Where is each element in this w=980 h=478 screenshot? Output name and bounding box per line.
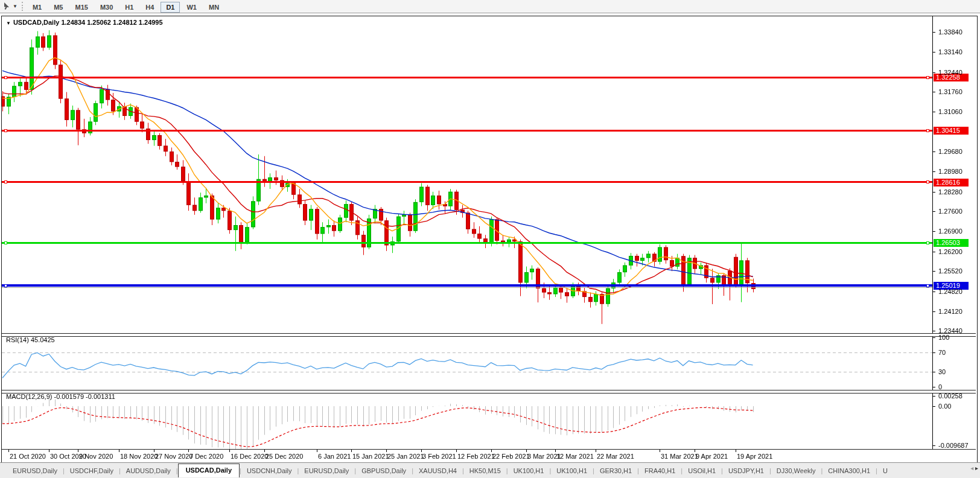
price-axis-label-tick <box>933 112 935 112</box>
symbol-tab-hk50-m15[interactable]: HK50,M15 <box>464 465 506 476</box>
resistance-line-1.32258[interactable] <box>2 77 932 78</box>
price-chart-canvas[interactable] <box>2 16 976 461</box>
date-tick <box>421 450 422 452</box>
symbol-dropdown-icon[interactable]: ▼ <box>6 21 11 26</box>
symbol-tab-xauusd-h4[interactable]: XAUUSD,H4 <box>413 465 462 476</box>
timeframe-button-w1[interactable]: W1 <box>181 2 202 13</box>
timeframe-button-m5[interactable]: M5 <box>48 2 68 13</box>
date-tick <box>264 450 265 452</box>
line-handle[interactable] <box>4 180 7 183</box>
price-axis-label: 1.31060 <box>938 108 962 115</box>
macd-panel-splitter[interactable] <box>2 390 976 394</box>
cursor-tool-icon[interactable] <box>2 2 12 11</box>
mt4-terminal: ▼ M1M5M15M30H1H4D1W1MN ▼USDCAD,Daily 1.2… <box>0 0 980 478</box>
date-tick <box>491 450 492 452</box>
support-line-1.25019[interactable] <box>2 284 932 287</box>
timeframe-buttons: M1M5M15M30H1H4D1W1MN <box>27 1 225 12</box>
chart-title: ▼USDCAD,Daily 1.24834 1.25062 1.24812 1.… <box>6 19 163 26</box>
price-axis-label: 1.24820 <box>938 288 962 295</box>
timeframe-button-mn[interactable]: MN <box>203 2 224 13</box>
timeframe-toolbar: ▼ M1M5M15M30H1H4D1W1MN <box>0 0 980 13</box>
symbol-tab-usdcnh-daily[interactable]: USDCNH,Daily <box>241 465 298 476</box>
rsi-axis-label: 30 <box>938 368 946 375</box>
toolbar-grip <box>22 2 23 11</box>
resistance-line-1.26503[interactable] <box>2 242 932 244</box>
date-tick <box>8 450 9 452</box>
resistance-line-1.28616[interactable] <box>2 181 932 183</box>
rsi-label: RSI(14) 45.0425 <box>6 336 55 343</box>
price-axis-label: 1.26200 <box>938 248 962 255</box>
macd-axis-label-tick <box>933 406 935 407</box>
line-handle[interactable] <box>4 284 7 287</box>
rsi-axis-label-tick <box>933 387 935 387</box>
symbol-tab-usdjpy-h1[interactable]: USDJPY,H1 <box>723 465 769 476</box>
date-tick <box>736 450 736 452</box>
symbol-tab-usdchf-daily[interactable]: USDCHF,Daily <box>65 465 119 476</box>
price-axis-label-tick <box>933 231 935 232</box>
symbol-tab-eurusd-daily[interactable]: EURUSD,Daily <box>299 465 354 476</box>
line-handle[interactable] <box>4 241 7 244</box>
line-handle[interactable] <box>4 76 7 79</box>
date-axis-label: 9 Apr 2021 <box>696 453 728 460</box>
date-axis-label: 16 Dec 2020 <box>231 453 268 460</box>
macd-axis-label-tick <box>933 445 935 446</box>
timeframe-button-m1[interactable]: M1 <box>27 2 47 13</box>
date-axis-label: 21 Oct 2020 <box>10 453 46 460</box>
rsi-axis-label-tick <box>933 352 935 353</box>
timeframe-button-h1[interactable]: H1 <box>119 2 139 13</box>
chevron-down-icon[interactable]: ▼ <box>13 4 18 9</box>
symbol-tab-audusd-daily[interactable]: AUDUSD,Daily <box>121 465 176 476</box>
line-handle[interactable] <box>926 180 929 183</box>
price-axis-label: 1.28980 <box>938 168 962 175</box>
date-tick <box>660 450 660 452</box>
rsi-axis-label-tick <box>933 372 935 372</box>
date-axis-label: 18 Nov 2020 <box>120 453 158 460</box>
timeframe-button-m30[interactable]: M30 <box>95 2 118 13</box>
price-axis-label: 1.33840 <box>938 28 962 36</box>
timeframe-button-h4[interactable]: H4 <box>140 2 159 13</box>
macd-label: MACD(12,26,9) -0.001579 -0.001311 <box>6 393 115 400</box>
line-handle[interactable] <box>926 129 929 132</box>
rsi-axis-label: 70 <box>938 349 946 356</box>
symbol-tab-eurusd-daily[interactable]: EURUSD,Daily <box>7 465 63 476</box>
date-axis-label: 27 Nov 2020 <box>155 453 192 460</box>
date-tick <box>386 450 387 452</box>
line-handle[interactable] <box>4 129 7 132</box>
tab-scroll-right-icon[interactable]: ▸ <box>975 465 978 471</box>
symbol-tab-u[interactable]: U <box>877 465 893 476</box>
price-axis-label-tick <box>933 331 935 331</box>
line-handle[interactable] <box>926 284 929 287</box>
resistance-line-1.30415[interactable] <box>2 130 932 132</box>
price-badge-1.26503: 1.26503 <box>934 239 969 247</box>
rsi-panel-splitter[interactable] <box>2 333 976 337</box>
price-axis-label: 1.31760 <box>938 88 962 95</box>
symbol-tab-ger30-h1[interactable]: GER30,H1 <box>594 465 637 476</box>
macd-axis-label: 0.00 <box>938 403 951 410</box>
price-axis-label-tick <box>933 92 935 92</box>
price-badge-1.30415: 1.30415 <box>934 127 969 135</box>
symbol-tab-china300-h1[interactable]: CHINA300,H1 <box>822 465 876 476</box>
symbol-tab-dj30-weekly[interactable]: DJ30,Weekly <box>771 465 821 476</box>
price-axis-label-tick <box>933 271 935 272</box>
symbol-tab-uk100-h1[interactable]: UK100,H1 <box>508 465 550 476</box>
date-axis-label: 3 Feb 2021 <box>422 453 456 460</box>
line-handle[interactable] <box>926 76 929 79</box>
macd-axis-label: 0.00258 <box>938 392 962 400</box>
tab-scroll-left-icon[interactable]: ◂ <box>970 465 973 471</box>
timeframe-button-m15[interactable]: M15 <box>69 2 93 13</box>
date-axis-label: 25 Dec 2020 <box>266 453 303 460</box>
price-axis-label-tick <box>933 311 935 312</box>
price-axis-label-tick <box>933 171 935 172</box>
price-axis-label: 1.33140 <box>938 48 962 56</box>
symbol-tab-gbpusd-daily[interactable]: GBPUSD,Daily <box>356 465 412 476</box>
symbol-tab-usoil-h1[interactable]: USOil,H1 <box>682 465 721 476</box>
date-tick <box>695 450 695 452</box>
symbol-tab-fra40-h1[interactable]: FRA40,H1 <box>639 465 681 476</box>
symbol-tab-uk100-h1[interactable]: UK100,H1 <box>551 465 593 476</box>
line-handle[interactable] <box>926 241 929 244</box>
timeframe-button-d1[interactable]: D1 <box>161 2 180 13</box>
price-axis-label-tick <box>933 72 935 73</box>
date-tick <box>49 450 49 452</box>
symbol-tab-usdcad-daily[interactable]: USDCAD,Daily <box>178 464 240 477</box>
date-tick <box>596 450 596 452</box>
